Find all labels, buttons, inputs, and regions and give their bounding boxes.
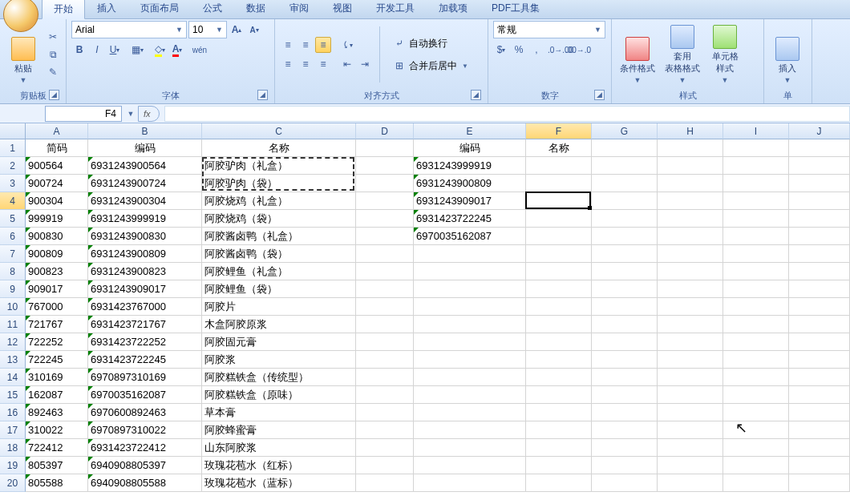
col-header-H[interactable]: H: [658, 123, 723, 139]
cell-F15[interactable]: [526, 386, 592, 404]
row-header-12[interactable]: 12: [0, 333, 26, 351]
number-format-combo[interactable]: 常规 ▼: [493, 21, 605, 38]
alignment-dialog-launcher[interactable]: ◢: [471, 90, 481, 100]
cell-J11[interactable]: [789, 316, 850, 333]
cell-H12[interactable]: [658, 333, 723, 351]
cell-B16[interactable]: 6970600892463: [88, 404, 202, 421]
cell-I7[interactable]: [723, 245, 789, 263]
cell-H2[interactable]: [658, 157, 723, 175]
cell-D10[interactable]: [356, 298, 414, 316]
cell-H15[interactable]: [658, 386, 723, 404]
cell-E11[interactable]: [414, 316, 526, 333]
ribbon-tab-6[interactable]: 视图: [321, 0, 364, 18]
row-header-3[interactable]: 3: [0, 175, 26, 192]
font-name-combo[interactable]: Arial ▼: [71, 21, 187, 38]
cell-I8[interactable]: [723, 263, 789, 280]
row-header-16[interactable]: 16: [0, 404, 26, 421]
col-header-C[interactable]: C: [202, 123, 356, 139]
cell-C14[interactable]: 阿胶糕铁盒（传统型）: [202, 369, 356, 386]
cell-J10[interactable]: [789, 298, 850, 316]
decrease-indent-button[interactable]: ⇤: [339, 56, 355, 72]
cell-I6[interactable]: [723, 228, 789, 245]
cell-I17[interactable]: [723, 421, 789, 439]
cell-H17[interactable]: [658, 421, 723, 439]
cell-F3[interactable]: [526, 175, 592, 192]
cut-button[interactable]: ✂: [45, 29, 61, 45]
cell-A15[interactable]: 162087: [26, 386, 88, 404]
cell-G17[interactable]: [592, 421, 658, 439]
font-size-combo[interactable]: 10 ▼: [188, 21, 227, 38]
row-header-10[interactable]: 10: [0, 298, 26, 316]
name-box[interactable]: F4: [45, 106, 122, 122]
cell-I20[interactable]: [723, 474, 789, 492]
cell-A3[interactable]: 900724: [26, 175, 88, 192]
cell-J3[interactable]: [789, 175, 850, 192]
cell-J13[interactable]: [789, 351, 850, 369]
row-header-9[interactable]: 9: [0, 280, 26, 298]
cell-E19[interactable]: [414, 457, 526, 474]
cell-J6[interactable]: [789, 228, 850, 245]
ribbon-tab-9[interactable]: PDF工具集: [480, 0, 552, 18]
cell-J7[interactable]: [789, 245, 850, 263]
cell-G9[interactable]: [592, 280, 658, 298]
cell-B11[interactable]: 6931423721767: [88, 316, 202, 333]
cell-B8[interactable]: 6931243900823: [88, 263, 202, 280]
cell-I11[interactable]: [723, 316, 789, 333]
cell-C16[interactable]: 草本膏: [202, 404, 356, 421]
cell-G8[interactable]: [592, 263, 658, 280]
col-header-B[interactable]: B: [88, 123, 202, 139]
cell-F18[interactable]: [526, 439, 592, 457]
col-header-E[interactable]: E: [414, 123, 526, 139]
cell-A14[interactable]: 310169: [26, 369, 88, 386]
ribbon-tab-1[interactable]: 插入: [85, 0, 128, 18]
col-header-D[interactable]: D: [356, 123, 414, 139]
cell-A1[interactable]: 简码: [26, 139, 88, 157]
cell-C17[interactable]: 阿胶蜂蜜膏: [202, 421, 356, 439]
cell-styles-button[interactable]: 单元格 样式 ▼: [706, 23, 743, 86]
font-color-button[interactable]: A▾: [169, 42, 185, 58]
cell-E15[interactable]: [414, 386, 526, 404]
clipboard-dialog-launcher[interactable]: ◢: [49, 90, 59, 100]
cell-A11[interactable]: 721767: [26, 316, 88, 333]
cell-B13[interactable]: 6931423722245: [88, 351, 202, 369]
cell-E4[interactable]: 6931243909017: [414, 192, 526, 210]
cell-J16[interactable]: [789, 404, 850, 421]
row-header-14[interactable]: 14: [0, 369, 26, 386]
cell-H1[interactable]: [658, 139, 723, 157]
align-right-button[interactable]: ≡: [315, 56, 331, 72]
cell-I4[interactable]: [723, 192, 789, 210]
cell-H8[interactable]: [658, 263, 723, 280]
cell-B1[interactable]: 编码: [88, 139, 202, 157]
cell-F8[interactable]: [526, 263, 592, 280]
col-header-F[interactable]: F: [526, 123, 592, 139]
cell-C7[interactable]: 阿胶酱卤鸭（袋）: [202, 245, 356, 263]
cell-I16[interactable]: [723, 404, 789, 421]
cell-F5[interactable]: [526, 210, 592, 228]
cell-F14[interactable]: [526, 369, 592, 386]
row-header-6[interactable]: 6: [0, 228, 26, 245]
cell-D11[interactable]: [356, 316, 414, 333]
col-header-J[interactable]: J: [789, 123, 850, 139]
cell-F2[interactable]: [526, 157, 592, 175]
cell-A7[interactable]: 900809: [26, 245, 88, 263]
align-middle-button[interactable]: ≡: [298, 37, 314, 53]
cell-J8[interactable]: [789, 263, 850, 280]
cell-H9[interactable]: [658, 280, 723, 298]
formula-input[interactable]: [164, 106, 850, 122]
cell-C5[interactable]: 阿胶烧鸡（袋）: [202, 210, 356, 228]
format-painter-button[interactable]: ✎: [45, 64, 61, 80]
cell-C18[interactable]: 山东阿胶浆: [202, 439, 356, 457]
cell-J14[interactable]: [789, 369, 850, 386]
cell-J19[interactable]: [789, 457, 850, 474]
cell-G13[interactable]: [592, 351, 658, 369]
cell-G11[interactable]: [592, 316, 658, 333]
cell-C3[interactable]: 阿胶驴肉（袋）: [202, 175, 356, 192]
cell-J20[interactable]: [789, 474, 850, 492]
cell-A12[interactable]: 722252: [26, 333, 88, 351]
cell-B3[interactable]: 6931243900724: [88, 175, 202, 192]
percent-button[interactable]: %: [511, 42, 527, 58]
col-header-G[interactable]: G: [592, 123, 658, 139]
cell-C8[interactable]: 阿胶鲤鱼（礼盒）: [202, 263, 356, 280]
underline-button[interactable]: U▾: [107, 42, 123, 58]
align-bottom-button[interactable]: ≡: [315, 37, 331, 53]
